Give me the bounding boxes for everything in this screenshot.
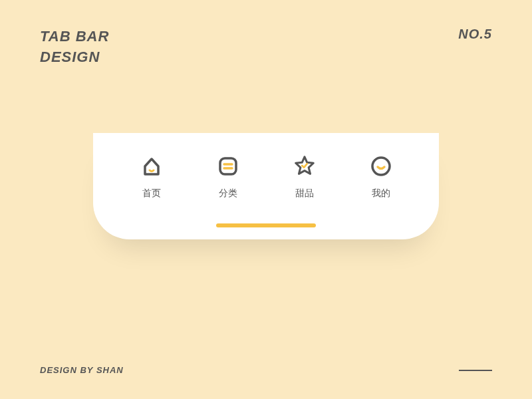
header: TAB BAR DESIGN NO.5 <box>0 0 532 68</box>
title-line2: DESIGN <box>40 47 109 68</box>
tab-label: 我的 <box>372 188 390 200</box>
page-title: TAB BAR DESIGN <box>40 27 109 68</box>
svg-rect-0 <box>220 158 236 174</box>
home-icon <box>140 154 164 178</box>
credit-text: DESIGN BY SHAN <box>40 365 124 375</box>
category-icon <box>216 154 240 178</box>
tab-category[interactable]: 分类 <box>198 154 258 200</box>
footer: DESIGN BY SHAN <box>40 365 492 375</box>
tab-bar: 首页 分类 甜品 <box>93 133 439 239</box>
tab-dessert[interactable]: 甜品 <box>275 154 334 200</box>
svg-point-3 <box>372 158 390 175</box>
tabs-container: 首页 分类 甜品 <box>93 154 439 200</box>
tab-label: 分类 <box>219 188 237 200</box>
star-icon <box>293 154 317 178</box>
footer-line <box>459 370 492 371</box>
tab-home[interactable]: 首页 <box>122 154 182 200</box>
profile-icon <box>369 154 393 178</box>
title-line1: TAB BAR <box>40 27 109 47</box>
tab-profile[interactable]: 我的 <box>351 154 411 200</box>
tab-indicator <box>216 223 316 227</box>
tab-label: 首页 <box>142 188 161 200</box>
page-number: NO.5 <box>458 27 492 42</box>
tab-label: 甜品 <box>295 188 314 200</box>
